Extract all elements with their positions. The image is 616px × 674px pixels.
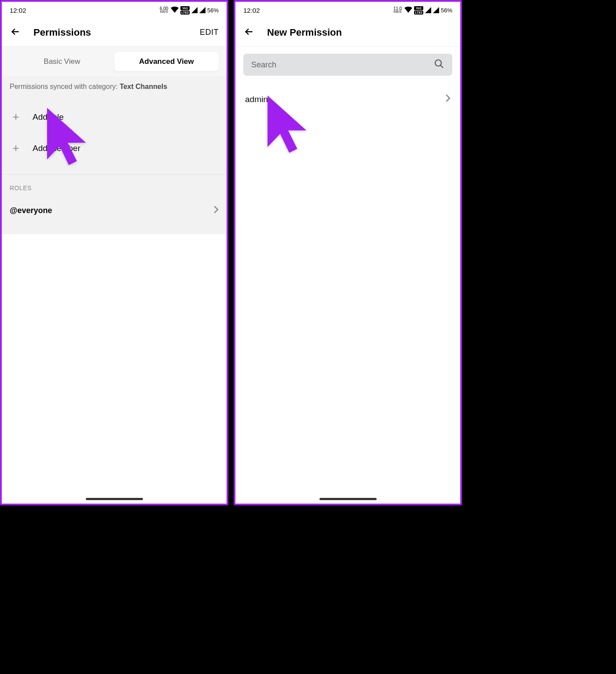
edit-button[interactable]: EDIT xyxy=(200,28,219,37)
wifi-icon xyxy=(171,7,179,14)
add-role-label: Add role xyxy=(33,112,64,122)
wifi-icon xyxy=(404,7,412,14)
back-icon[interactable] xyxy=(10,26,21,39)
signal-icon-2 xyxy=(433,7,439,13)
add-section: + Add role + Add member xyxy=(2,94,227,174)
search-input[interactable]: Search xyxy=(243,54,452,76)
chevron-right-icon xyxy=(445,94,451,104)
status-bar: 12:02 6.00 KB/S Vo1 LTE2 56% xyxy=(2,2,227,18)
status-bar: 12:02 11.0 KB/S Vo1 LTE2 56% xyxy=(235,2,460,18)
network-speed: 11.0 KB/S xyxy=(393,7,402,13)
view-tabs: Basic View Advanced View xyxy=(2,47,227,77)
result-admin[interactable]: admin xyxy=(235,83,460,116)
sync-info: Permissions synced with category: Text C… xyxy=(2,77,227,94)
tab-basic-view[interactable]: Basic View xyxy=(10,52,114,71)
role-everyone[interactable]: @everyone xyxy=(2,197,227,234)
plus-icon: + xyxy=(11,110,20,124)
status-time: 12:02 xyxy=(10,7,26,14)
page-title: Permissions xyxy=(33,27,187,38)
phone-left: 12:02 6.00 KB/S Vo1 LTE2 56% Permissions… xyxy=(0,0,228,505)
lte-badges: Vo1 LTE2 xyxy=(414,6,423,15)
signal-icon-1 xyxy=(191,7,198,13)
battery-percent: 56% xyxy=(441,7,452,14)
network-speed: 6.00 KB/S xyxy=(160,7,168,13)
add-role-button[interactable]: + Add role xyxy=(2,101,227,133)
role-label: @everyone xyxy=(10,206,52,215)
svg-point-0 xyxy=(435,60,441,66)
search-placeholder: Search xyxy=(251,60,276,70)
header: New Permission xyxy=(235,18,460,47)
plus-icon: + xyxy=(11,141,20,155)
page-title: New Permission xyxy=(267,27,452,38)
result-label: admin xyxy=(245,95,268,104)
add-member-label: Add member xyxy=(33,144,81,153)
home-indicator[interactable] xyxy=(319,498,377,500)
signal-icon-2 xyxy=(199,7,205,13)
back-icon[interactable] xyxy=(243,26,255,39)
tab-advanced-view[interactable]: Advanced View xyxy=(114,52,219,71)
status-time: 12:02 xyxy=(243,7,260,14)
header: Permissions EDIT xyxy=(2,18,227,47)
search-icon xyxy=(434,59,444,71)
chevron-right-icon xyxy=(213,206,219,216)
battery-percent: 56% xyxy=(207,7,219,14)
lte-badges: Vo1 LTE2 xyxy=(180,6,190,15)
status-icons: 6.00 KB/S Vo1 LTE2 56% xyxy=(160,6,219,15)
add-member-button[interactable]: + Add member xyxy=(2,133,227,164)
phone-right: 12:02 11.0 KB/S Vo1 LTE2 56% New Permiss… xyxy=(234,0,462,505)
search-container: Search xyxy=(235,47,460,83)
status-icons: 11.0 KB/S Vo1 LTE2 56% xyxy=(393,6,452,15)
signal-icon-1 xyxy=(425,7,431,13)
home-indicator[interactable] xyxy=(86,498,143,500)
roles-section-header: ROLES xyxy=(2,174,227,197)
